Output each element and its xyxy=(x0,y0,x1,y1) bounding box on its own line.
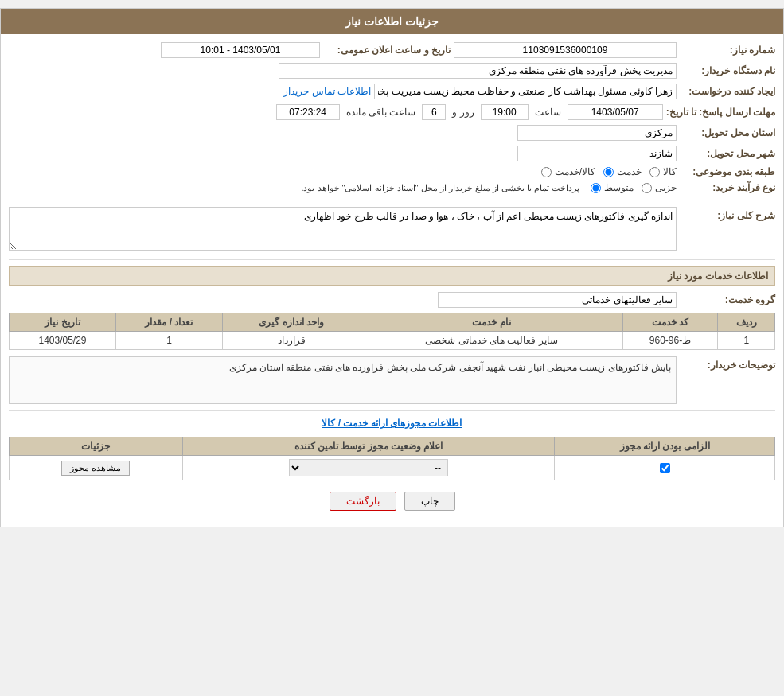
services-section-header: اطلاعات خدمات مورد نیاز xyxy=(9,266,775,286)
category-option-kala-khedmat[interactable]: کالا/خدمت xyxy=(541,166,595,177)
deadline-days-input[interactable] xyxy=(422,104,446,120)
category-label: طبقه بندی موضوعی: xyxy=(680,166,775,177)
deadline-time-input[interactable] xyxy=(481,104,529,120)
province-label: استان محل تحویل: xyxy=(680,127,775,138)
requester-row: ایجاد کننده درخواست: اطلاعات تماس خریدار xyxy=(9,84,775,99)
table-row: 1 ط-96-960 سایر فعالیت های خدماتی شخصی ق… xyxy=(10,332,775,350)
buyer-org-label: نام دستگاه خریدار: xyxy=(680,65,775,76)
deadline-row: مهلت ارسال پاسخ: تا تاریخ: ساعت روز و سا… xyxy=(9,104,775,120)
need-number-row: شماره نیاز: تاریخ و ساعت اعلان عمومی: xyxy=(9,42,775,58)
permits-table: الزامی بودن ارائه مجوز اعلام وضعیت مجوز … xyxy=(9,437,775,480)
kala-khedmat-label: کالا/خدمت xyxy=(555,166,595,177)
kala-label: کالا xyxy=(663,166,677,177)
process-option-jozi[interactable]: جزیی xyxy=(642,182,677,193)
col-service-name: نام خدمت xyxy=(361,313,622,332)
process-row: نوع فرآیند خرید: متوسط جزیی پرداخت تمام … xyxy=(9,182,775,193)
service-group-label: گروه خدمت: xyxy=(680,294,775,305)
permits-header-row: الزامی بودن ارائه مجوز اعلام وضعیت مجوز … xyxy=(10,437,775,456)
date-input[interactable] xyxy=(161,42,320,58)
table-row: -- مشاهده مجوز xyxy=(10,456,775,480)
deadline-date-input[interactable] xyxy=(568,104,663,120)
category-radio-group: کالا/خدمت خدمت کالا xyxy=(541,166,677,177)
province-input[interactable] xyxy=(517,125,677,141)
permits-section-link[interactable]: اطلاعات مجوزهای ارائه خدمت / کالا xyxy=(9,418,775,429)
buyer-notes-row: توضیحات خریدار: پایش فاکتورهای زیست محیط… xyxy=(9,356,775,404)
col-permit-details: جزئیات xyxy=(10,437,183,456)
buyer-org-row: نام دستگاه خریدار: xyxy=(9,63,775,79)
deadline-days-label: روز و xyxy=(452,107,474,118)
col-quantity: تعداد / مقدار xyxy=(116,313,223,332)
col-service-code: کد خدمت xyxy=(622,313,718,332)
process-label: نوع فرآیند خرید: xyxy=(680,182,775,193)
back-button[interactable]: بازگشت xyxy=(330,492,396,511)
buyer-org-input[interactable] xyxy=(279,63,677,79)
city-row: شهر محل تحویل: xyxy=(9,146,775,161)
general-desc-textarea[interactable] xyxy=(9,207,677,251)
category-option-khedmat[interactable]: خدمت xyxy=(603,166,642,177)
need-number-input[interactable] xyxy=(454,42,677,58)
general-desc-label: شرح کلی نیاز: xyxy=(680,207,775,221)
page-wrapper: جزئیات اطلاعات نیاز شماره نیاز: تاریخ و … xyxy=(0,8,784,527)
page-title: جزئیات اطلاعات نیاز xyxy=(345,15,439,28)
content-area: شماره نیاز: تاریخ و ساعت اعلان عمومی: نا… xyxy=(1,34,783,527)
motavaset-label: متوسط xyxy=(604,182,634,193)
services-table-header-row: ردیف کد خدمت نام خدمت واحد اندازه گیری ت… xyxy=(10,313,775,332)
permits-section: الزامی بودن ارائه مجوز اعلام وضعیت مجوز … xyxy=(9,437,775,480)
process-note: پرداخت تمام یا بخشی از مبلغ خریدار از مح… xyxy=(301,183,579,193)
services-table: ردیف کد خدمت نام خدمت واحد اندازه گیری ت… xyxy=(9,313,775,350)
col-permit-status: اعلام وضعیت مجوز توسط تامین کننده xyxy=(182,437,555,456)
need-number-label: شماره نیاز: xyxy=(680,45,775,56)
deadline-time-label: ساعت xyxy=(535,107,561,118)
col-need-date: تاریخ نیاز xyxy=(10,313,116,332)
province-row: استان محل تحویل: xyxy=(9,125,775,141)
process-option-motavaset[interactable]: متوسط xyxy=(591,182,634,193)
city-input[interactable] xyxy=(517,146,677,161)
view-permit-button[interactable]: مشاهده مجوز xyxy=(61,461,130,476)
jozi-label: جزیی xyxy=(655,182,677,193)
deadline-remaining-label: ساعت باقی مانده xyxy=(346,107,416,118)
divider-1 xyxy=(9,200,775,200)
deadline-remaining-input[interactable] xyxy=(276,104,340,120)
requester-label: ایجاد کننده درخواست: xyxy=(680,86,775,97)
divider-2 xyxy=(9,259,775,260)
category-row: طبقه بندی موضوعی: کالا/خدمت خدمت کالا xyxy=(9,166,775,177)
process-radio-group: متوسط جزیی xyxy=(591,182,677,193)
requester-link[interactable]: اطلاعات تماس خریدار xyxy=(283,86,371,97)
service-group-input[interactable] xyxy=(438,292,677,308)
permit-status-select[interactable]: -- xyxy=(289,459,448,476)
permits-table-body: -- مشاهده مجوز xyxy=(10,456,775,480)
divider-3 xyxy=(9,410,775,411)
buyer-notes-content: پایش فاکتورهای زیست محیطی انبار نفت شهید… xyxy=(9,356,677,404)
permit-required-checkbox[interactable] xyxy=(660,463,670,473)
requester-input[interactable] xyxy=(374,84,677,99)
action-buttons-row: چاپ بازگشت xyxy=(9,492,775,511)
city-label: شهر محل تحویل: xyxy=(680,148,775,159)
col-unit: واحد اندازه گیری xyxy=(222,313,361,332)
category-option-kala[interactable]: کالا xyxy=(649,166,677,177)
buyer-notes-label: توضیحات خریدار: xyxy=(680,356,775,371)
col-row-num: ردیف xyxy=(718,313,775,332)
services-table-body: 1 ط-96-960 سایر فعالیت های خدماتی شخصی ق… xyxy=(10,332,775,350)
general-desc-row: شرح کلی نیاز: xyxy=(9,207,775,253)
page-header: جزئیات اطلاعات نیاز xyxy=(1,9,783,34)
response-deadline-label: مهلت ارسال پاسخ: تا تاریخ: xyxy=(666,107,775,118)
print-button[interactable]: چاپ xyxy=(404,492,455,511)
khedmat-label: خدمت xyxy=(617,166,642,177)
date-label: تاریخ و ساعت اعلان عمومی: xyxy=(323,45,451,56)
col-permit-required: الزامی بودن ارائه مجوز xyxy=(555,437,775,456)
service-group-row: گروه خدمت: xyxy=(9,292,775,308)
